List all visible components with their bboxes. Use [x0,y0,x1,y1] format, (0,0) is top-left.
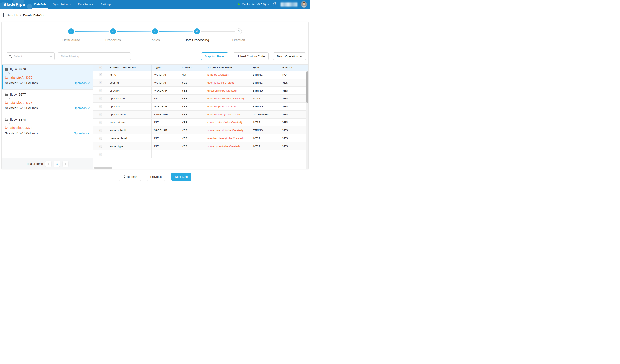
target-type-cell: INT32 [250,135,280,142]
row-checkbox-cell: ✓ [93,135,107,142]
row-checkbox[interactable]: ✓ [99,97,102,100]
row-checkbox[interactable]: ✓ [99,121,102,124]
row-checkbox-cell: ✓ [93,79,107,87]
nav-item-datasource[interactable]: DataSource [78,0,93,9]
pagination-next-button[interactable] [63,161,68,167]
breadcrumb: DataJob / Create DataJob [0,9,310,22]
refresh-icon [122,175,125,178]
chevron-right-icon [65,163,66,165]
row-checkbox[interactable]: ✓ [99,89,102,92]
target-field-name: score_status (to be Created) [207,121,242,124]
step-label: Creation [232,38,245,42]
top-navbar: BladePipe DataJobSync SettingsDataSource… [0,0,310,9]
vertical-scrollbar-track [306,71,308,169]
table-row: ✓score_typeINTYESscore_type (to be Creat… [93,142,306,150]
source-isnull-cell: YES [179,135,205,142]
table-filter-input[interactable] [58,52,131,60]
row-checkbox[interactable]: ✓ [99,129,102,132]
panel-pagination: Total 3 items 1 [2,158,93,169]
breadcrumb-parent-link[interactable]: DataJob [7,14,18,17]
nav-item-datajob[interactable]: DataJob [34,0,46,9]
mapping-rules-button[interactable]: Mapping Rules [201,52,228,60]
step-check-icon[interactable]: ✓ [152,29,158,34]
source-type-cell: DATETIME [152,111,179,118]
row-checkbox-cell: ✓ [93,71,107,78]
empty-cell [152,150,179,158]
step-properties[interactable]: ✓Properties [110,29,116,34]
brand-logo[interactable]: BladePipe [3,2,25,7]
region-selector[interactable]: California (v0.6.0) [243,3,270,6]
target-isnull-cell: YES [280,126,306,134]
nav-item-sync-settings[interactable]: Sync Settings [53,0,71,9]
expand-chevron-icon[interactable] [8,72,90,75]
source-field-cell: member_level [107,135,152,142]
pagination-prev-button[interactable] [46,161,51,167]
target-field-name: member_level (to be Created) [207,136,244,140]
operation-link[interactable]: Operation [74,132,90,135]
row-checkbox[interactable]: ✓ [99,105,102,108]
select-all-checkbox[interactable]: ✓ [99,66,102,69]
source-field-cell: direction [107,87,152,94]
source-field-name: operator [110,105,120,108]
step-check-icon[interactable]: ✓ [68,29,74,34]
batch-operation-button[interactable]: Batch Operation [273,52,306,60]
operation-link[interactable]: Operation [74,81,90,85]
column-header-is-null: Is NULL [280,64,308,71]
target-field-cell: direction (to be Created) [205,87,250,94]
next-step-button[interactable]: Next Step [171,173,191,181]
selected-columns-label: Selected 15 /15 Columns [5,132,38,135]
expand-chevron-icon[interactable] [8,122,90,125]
previous-button[interactable]: Previous [147,173,166,181]
step-tables[interactable]: ✓Tables [152,29,158,34]
pagination-page-1[interactable]: 1 [54,161,60,167]
target-isnull-cell: YES [280,95,306,102]
source-isnull-cell: YES [179,95,205,102]
panel-filler [2,140,93,158]
step-datasource[interactable]: ✓DataSource [68,29,74,34]
step-label: Data Processing [185,38,209,42]
empty-cell [280,150,306,158]
target-isnull-cell: NO [280,71,306,78]
column-header-is-null: Is NULL [179,64,205,71]
upload-custom-code-button[interactable]: Upload Custom Code [233,52,268,60]
main-card: ✓DataSource✓Properties✓Tables4Data Proce… [1,22,309,169]
nav-item-settings[interactable]: Settings [101,0,111,9]
select-placeholder: Select [14,55,48,58]
column-header-type: Type [250,64,280,71]
stepper-connector [159,30,193,32]
column-header-type: Type [152,64,179,71]
target-field-name: user_id (to be Created) [207,81,235,85]
expand-chevron-icon[interactable] [8,97,90,100]
row-checkbox[interactable]: ✓ [99,81,102,84]
table-pair-item[interactable]: lly .A_3376afanqie A_3376Selected 15 /15… [2,64,93,90]
help-icon[interactable]: ? [273,2,277,6]
row-checkbox[interactable]: ✓ [99,113,102,116]
table-row: ✓directionVARCHARYESdirection (to be Cre… [93,87,306,95]
step-check-icon[interactable]: ✓ [110,29,116,34]
source-field-cell: operate_score [107,95,152,102]
row-checkbox[interactable]: ✓ [99,73,102,76]
row-checkbox[interactable]: ✓ [99,153,102,156]
target-table-name: afanqie A_3377 [11,101,32,104]
source-field-cell: score_rule_id [107,126,152,134]
vertical-scrollbar-thumb[interactable] [307,71,308,103]
target-field-cell: score_type (to be Created) [205,142,250,150]
source-table-name: lly .A_3376 [10,67,26,71]
username-blurred[interactable] [281,2,297,7]
row-checkbox[interactable]: ✓ [99,145,102,148]
table-pair-item[interactable]: lly .A_3377afanqie A_3377Selected 15 /15… [2,90,93,115]
avatar[interactable] [301,1,307,8]
select-dropdown[interactable]: Select [6,52,55,60]
horizontal-scrollbar-thumb[interactable] [94,167,112,169]
selected-columns-label: Selected 15 /15 Columns [5,106,38,110]
target-field-cell: operator (to be Created) [205,103,250,110]
chevron-down-icon [88,133,90,134]
row-checkbox[interactable]: ✓ [99,137,102,140]
operation-link[interactable]: Operation [74,106,90,110]
table-pair-item[interactable]: lly .A_3378afanqie A_3378Selected 15 /15… [2,115,93,140]
row-checkbox-cell: ✓ [93,142,107,150]
refresh-label: Refresh [127,175,137,179]
source-field-name: score_status [110,121,125,124]
refresh-button[interactable]: Refresh [119,173,141,181]
chevron-down-icon [8,73,11,74]
